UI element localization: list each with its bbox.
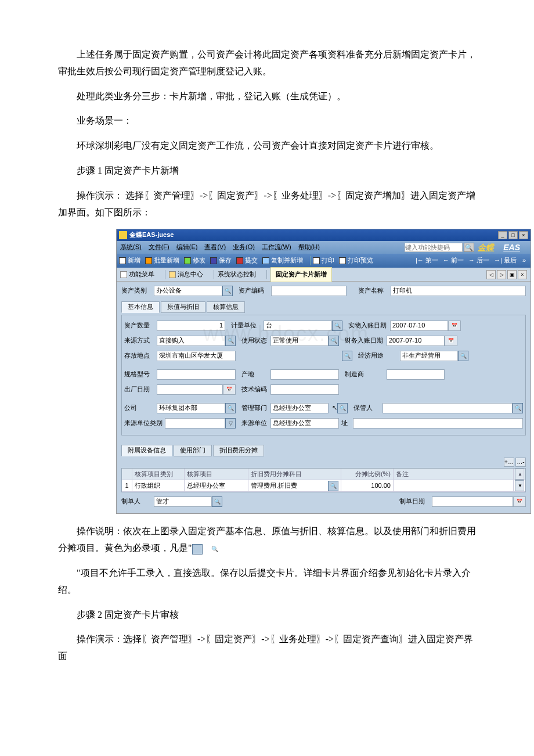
lookup-icon[interactable]: 🔍 — [513, 403, 523, 413]
lowertab-depr[interactable]: 折旧费用分摊 — [213, 445, 264, 456]
new-button[interactable]: 新增 — [119, 255, 140, 267]
more-icon[interactable]: » — [522, 255, 526, 267]
origin-field[interactable] — [270, 369, 339, 380]
col-remark[interactable]: 备注 — [394, 469, 514, 480]
physical-date-label: 实物入账日期 — [348, 320, 390, 332]
asset-name-field[interactable]: 打印机 — [391, 286, 526, 296]
remove-row-icon[interactable]: …- — [515, 458, 526, 467]
tab-sysstatus[interactable]: 系统状态控制 — [218, 269, 256, 280]
calendar-icon[interactable]: 📅 — [448, 321, 461, 331]
cell-type[interactable]: 行政组织 — [132, 480, 185, 491]
col-item[interactable]: 核算项目 — [185, 469, 248, 480]
minimize-icon[interactable]: _ — [498, 231, 507, 239]
nav-first[interactable]: |← 第一 — [416, 255, 438, 267]
menu-workflow[interactable]: 工作流(W) — [262, 242, 291, 253]
company-label: 公司 — [124, 402, 157, 414]
menu-help[interactable]: 帮助(H) — [298, 242, 320, 253]
company-field[interactable]: 环球集团本部 — [157, 403, 225, 413]
edit-button[interactable]: 修改 — [184, 255, 205, 267]
close-tab-icon[interactable]: × — [518, 270, 527, 279]
lookup-icon[interactable]: 🔍 — [328, 481, 338, 491]
calendar-icon[interactable]: 📅 — [223, 384, 236, 395]
nav-next[interactable]: → 后一 — [468, 255, 489, 267]
subtab-value[interactable]: 原值与折旧 — [161, 301, 205, 313]
lookup-icon[interactable]: 🔍 — [342, 351, 352, 361]
lookup-icon[interactable]: 🔍 — [225, 336, 236, 346]
scroll-up-icon[interactable]: ▲ — [515, 469, 524, 480]
menu-business[interactable]: 业务(O) — [233, 242, 255, 253]
cell-remark[interactable] — [394, 480, 514, 491]
lookup-icon[interactable]: 🔍 — [458, 351, 468, 361]
uom-field[interactable]: 台 — [264, 321, 332, 331]
addr-label: 址 — [341, 417, 353, 429]
tab-message[interactable]: 消息中心 — [169, 269, 203, 280]
usage-field[interactable]: 非生产经营用 — [400, 351, 458, 361]
submit-button[interactable]: 提交 — [236, 255, 258, 267]
cell-item[interactable]: 总经理办公室 — [185, 480, 248, 491]
vendor-unit-field[interactable]: 总经理办公室 — [270, 418, 339, 429]
tab-function-menu[interactable]: 功能菜单 — [120, 269, 154, 280]
subtab-accounting[interactable]: 核算信息 — [207, 301, 245, 313]
menu-edit[interactable]: 编辑(E) — [176, 242, 198, 253]
keeper-field[interactable] — [383, 403, 513, 413]
vendor-type-label: 来源单位类别 — [124, 417, 165, 429]
creator-field[interactable]: 管才 — [154, 496, 212, 507]
search-icon[interactable]: 🔍 — [464, 243, 474, 252]
lowertab-usedept[interactable]: 使用部门 — [174, 445, 212, 456]
cell-subject[interactable]: 管理费用.折旧费🔍 — [248, 480, 341, 491]
nav-left-icon[interactable]: ◁ — [486, 270, 496, 279]
status-field[interactable]: 正常使用 — [270, 336, 329, 346]
copy-new-button[interactable]: 复制并新增 — [262, 255, 303, 267]
save-button[interactable]: 保存 — [210, 255, 232, 267]
col-type[interactable]: 核算项目类别 — [132, 469, 185, 480]
lookup-icon[interactable]: 🔍 — [212, 496, 222, 507]
col-subject[interactable]: 折旧费用分摊科目 — [248, 469, 341, 480]
asset-code-field[interactable] — [271, 286, 347, 296]
new-window-icon[interactable]: ▣ — [507, 270, 517, 279]
lookup-icon[interactable]: 🔍 — [332, 321, 342, 331]
tech-field[interactable] — [270, 384, 339, 395]
menu-file[interactable]: 文件(F) — [149, 242, 169, 253]
create-date-field[interactable] — [432, 496, 513, 507]
asset-name-label: 资产名称 — [358, 285, 391, 297]
asset-class-field[interactable]: 办公设备 — [154, 286, 222, 296]
qty-field[interactable]: 1 — [157, 321, 225, 331]
print-button[interactable]: 打印 — [313, 255, 334, 267]
finance-date-field[interactable]: 2007-07-10 — [387, 336, 445, 346]
nav-last[interactable]: →| 最后 — [494, 255, 517, 267]
dropdown-icon[interactable]: ▽ — [225, 418, 236, 429]
lookup-icon[interactable]: 🔍 — [329, 336, 339, 346]
lookup-icon[interactable]: 🔍 — [225, 403, 236, 413]
lookup-icon[interactable]: 🔍 — [337, 403, 348, 413]
add-row-icon[interactable]: +… — [504, 458, 514, 467]
lowertab-attachment[interactable]: 附属设备信息 — [121, 445, 172, 456]
model-field[interactable] — [157, 369, 236, 380]
preview-button[interactable]: 打印预览 — [339, 255, 373, 267]
dept-field[interactable]: 总经理办公室 — [270, 403, 329, 413]
vendor-field[interactable] — [387, 369, 445, 380]
vendor-type-field[interactable] — [165, 418, 225, 429]
addr-field[interactable] — [353, 418, 523, 429]
subtab-basic[interactable]: 基本信息 — [121, 301, 160, 313]
nav-prev[interactable]: ← 前一 — [443, 255, 464, 267]
loc-field[interactable]: 深圳市南山区华发大厦 — [157, 351, 236, 361]
close-icon[interactable]: × — [519, 231, 528, 239]
col-ratio[interactable]: 分摊比例(%) — [341, 469, 394, 480]
nav-right-icon[interactable]: ▷ — [497, 270, 506, 279]
shortcut-input[interactable] — [405, 243, 463, 252]
cell-ratio[interactable]: 100.00 — [341, 480, 394, 491]
scroll-down-icon[interactable]: ▼ — [515, 480, 524, 491]
source-field[interactable]: 直接购入 — [157, 336, 225, 346]
calendar-icon[interactable]: 📅 — [445, 336, 457, 346]
physical-date-field[interactable]: 2007-07-10 — [390, 321, 448, 331]
brand-logo: 金蝶 EAS — [478, 240, 527, 255]
menu-view[interactable]: 查看(V) — [204, 242, 226, 253]
maximize-icon[interactable]: □ — [508, 231, 518, 239]
tab-active-cardnew[interactable]: 固定资产卡片新增 — [270, 267, 332, 282]
menu-system[interactable]: 系统(S) — [120, 242, 142, 253]
release-field[interactable] — [157, 384, 223, 395]
table-row[interactable]: 1 行政组织 总经理办公室 管理费用.折旧费🔍 100.00 ▼ — [122, 480, 525, 492]
lookup-icon[interactable]: 🔍 — [222, 286, 233, 296]
batch-new-button[interactable]: 批量新增 — [145, 255, 179, 267]
calendar-icon[interactable]: 📅 — [513, 496, 526, 507]
